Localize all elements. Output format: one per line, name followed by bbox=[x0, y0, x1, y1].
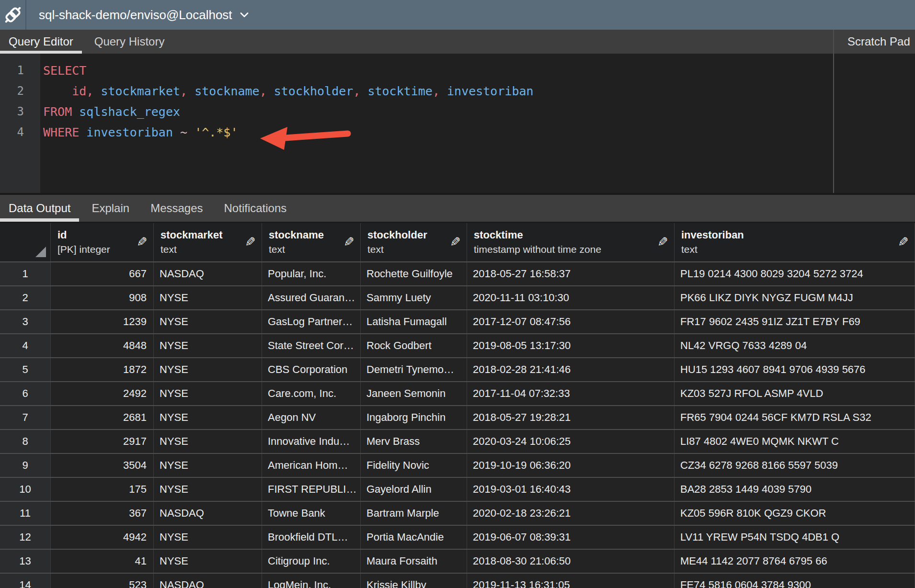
cell-stocktime[interactable]: 2019-03-01 16:40:43 bbox=[467, 478, 675, 501]
corner-triangle-icon[interactable] bbox=[35, 247, 46, 257]
cell-stockmarket[interactable]: NYSE bbox=[154, 478, 262, 501]
tab-data-output[interactable]: Data Output bbox=[0, 195, 79, 222]
cell-id[interactable]: 1239 bbox=[51, 310, 154, 333]
cell-stockname[interactable]: Towne Bank bbox=[262, 502, 361, 525]
row-number-cell[interactable]: 2 bbox=[0, 286, 51, 309]
tab-explain[interactable]: Explain bbox=[83, 195, 138, 222]
row-number-cell[interactable]: 6 bbox=[0, 382, 51, 405]
row-number-cell[interactable]: 3 bbox=[0, 310, 51, 333]
cell-stockholder[interactable]: Gayelord Allin bbox=[361, 478, 467, 501]
cell-stockholder[interactable]: Bartram Marple bbox=[361, 502, 467, 525]
pencil-icon[interactable]: ✎ bbox=[898, 235, 909, 250]
cell-id[interactable]: 41 bbox=[51, 550, 154, 573]
select-all-header-cell[interactable] bbox=[0, 223, 51, 261]
cell-investoriban[interactable]: FR17 9602 2435 91IZ JZ1T E7BY F69 bbox=[675, 310, 915, 333]
cell-stockholder[interactable]: Portia MacAndie bbox=[361, 526, 467, 549]
cell-id[interactable]: 4942 bbox=[51, 526, 154, 549]
cell-stockname[interactable]: Brookfield DTL… bbox=[262, 526, 361, 549]
cell-stockname[interactable]: Citigroup Inc. bbox=[262, 550, 361, 573]
cell-stocktime[interactable]: 2019-11-13 16:31:05 bbox=[467, 574, 675, 588]
cell-stocktime[interactable]: 2017-11-04 07:32:33 bbox=[467, 382, 675, 405]
cell-stockmarket[interactable]: NYSE bbox=[154, 430, 262, 453]
cell-stockholder[interactable]: Rochette Guilfoyle bbox=[361, 262, 467, 285]
cell-stocktime[interactable]: 2018-02-28 21:41:46 bbox=[467, 358, 675, 381]
cell-id[interactable]: 4848 bbox=[51, 334, 154, 357]
scratch-pad-header[interactable]: Scratch Pad bbox=[833, 30, 915, 54]
cell-stockholder[interactable]: Ingaborg Pinchin bbox=[361, 406, 467, 429]
column-header-stockmarket[interactable]: stockmarkettext✎ bbox=[154, 223, 262, 261]
pencil-icon[interactable]: ✎ bbox=[657, 235, 668, 250]
cell-id[interactable]: 367 bbox=[51, 502, 154, 525]
row-number-cell[interactable]: 7 bbox=[0, 406, 51, 429]
pencil-icon[interactable]: ✎ bbox=[245, 235, 256, 250]
tab-notifications[interactable]: Notifications bbox=[216, 195, 296, 222]
cell-stocktime[interactable]: 2018-05-27 19:28:21 bbox=[467, 406, 675, 429]
tab-query-history[interactable]: Query History bbox=[86, 30, 173, 54]
cell-stockholder[interactable]: Latisha Fumagall bbox=[361, 310, 467, 333]
cell-stockholder[interactable]: Fidelity Novic bbox=[361, 454, 467, 477]
row-number-cell[interactable]: 8 bbox=[0, 430, 51, 453]
row-number-cell[interactable]: 14 bbox=[0, 574, 51, 588]
cell-investoriban[interactable]: KZ05 596R 810K QGZ9 CKOR bbox=[675, 502, 915, 525]
sql-editor[interactable]: 1234 SELECT id, stockmarket, stockname, … bbox=[0, 54, 833, 193]
cell-stockmarket[interactable]: NYSE bbox=[154, 286, 262, 309]
cell-stockholder[interactable]: Sammy Luety bbox=[361, 286, 467, 309]
column-header-stockname[interactable]: stocknametext✎ bbox=[262, 223, 361, 261]
cell-stockname[interactable]: Care.com, Inc. bbox=[262, 382, 361, 405]
cell-investoriban[interactable]: FR65 7904 0244 56CF KM7D RSLA S32 bbox=[675, 406, 915, 429]
cell-investoriban[interactable]: CZ34 6278 9268 8166 5597 5039 bbox=[675, 454, 915, 477]
cell-stockholder[interactable]: Janeen Semonin bbox=[361, 382, 467, 405]
cell-stocktime[interactable]: 2019-10-19 06:36:20 bbox=[467, 454, 675, 477]
cell-stocktime[interactable]: 2019-06-07 08:39:31 bbox=[467, 526, 675, 549]
cell-investoriban[interactable]: KZ03 527J RFOL ASMP 4VLD bbox=[675, 382, 915, 405]
cell-id[interactable]: 175 bbox=[51, 478, 154, 501]
cell-investoriban[interactable]: ME44 1142 2077 8764 6795 66 bbox=[675, 550, 915, 573]
cell-stockmarket[interactable]: NYSE bbox=[154, 382, 262, 405]
row-number-cell[interactable]: 11 bbox=[0, 502, 51, 525]
cell-stocktime[interactable]: 2017-12-07 08:47:56 bbox=[467, 310, 675, 333]
cell-stockname[interactable]: CBS Corporation bbox=[262, 358, 361, 381]
cell-stockmarket[interactable]: NYSE bbox=[154, 310, 262, 333]
row-number-cell[interactable]: 1 bbox=[0, 262, 51, 285]
row-number-cell[interactable]: 9 bbox=[0, 454, 51, 477]
cell-id[interactable]: 667 bbox=[51, 262, 154, 285]
cell-stockmarket[interactable]: NYSE bbox=[154, 526, 262, 549]
cell-investoriban[interactable]: NL42 VRGQ 7633 4289 04 bbox=[675, 334, 915, 357]
cell-stockname[interactable]: LogMein, Inc. bbox=[262, 574, 361, 588]
row-number-cell[interactable]: 10 bbox=[0, 478, 51, 501]
cell-stockmarket[interactable]: NYSE bbox=[154, 358, 262, 381]
pencil-icon[interactable]: ✎ bbox=[137, 235, 148, 250]
cell-stockmarket[interactable]: NASDAQ bbox=[154, 262, 262, 285]
row-number-cell[interactable]: 5 bbox=[0, 358, 51, 381]
cell-stockname[interactable]: Popular, Inc. bbox=[262, 262, 361, 285]
cell-stockname[interactable]: Aegon NV bbox=[262, 406, 361, 429]
cell-stockname[interactable]: Assured Guaran… bbox=[262, 286, 361, 309]
cell-stockmarket[interactable]: NYSE bbox=[154, 550, 262, 573]
cell-stockname[interactable]: State Street Cor… bbox=[262, 334, 361, 357]
row-number-cell[interactable]: 13 bbox=[0, 550, 51, 573]
cell-stockholder[interactable]: Maura Forsaith bbox=[361, 550, 467, 573]
cell-stockholder[interactable]: Krissie Killby bbox=[361, 574, 467, 588]
cell-stockname[interactable]: GasLog Partner… bbox=[262, 310, 361, 333]
cell-stockname[interactable]: FIRST REPUBLI… bbox=[262, 478, 361, 501]
cell-investoriban[interactable]: PK66 LIKZ DIYK NYGZ FUGM M4JJ bbox=[675, 286, 915, 309]
cell-stockholder[interactable]: Merv Brass bbox=[361, 430, 467, 453]
cell-investoriban[interactable]: PL19 0214 4300 8029 3204 5272 3724 bbox=[675, 262, 915, 285]
cell-investoriban[interactable]: FE74 5816 0604 3784 9300 bbox=[675, 574, 915, 588]
column-header-investoriban[interactable]: investoribantext✎ bbox=[675, 223, 915, 261]
pencil-icon[interactable]: ✎ bbox=[450, 235, 461, 250]
row-number-cell[interactable]: 4 bbox=[0, 334, 51, 357]
tab-messages[interactable]: Messages bbox=[142, 195, 211, 222]
cell-investoriban[interactable]: LI87 4802 4WE0 MQMK NKWT C bbox=[675, 430, 915, 453]
cell-stockmarket[interactable]: NASDAQ bbox=[154, 574, 262, 588]
cell-stocktime[interactable]: 2018-08-30 21:06:50 bbox=[467, 550, 675, 573]
cell-stockmarket[interactable]: NYSE bbox=[154, 334, 262, 357]
scratch-pad-content[interactable] bbox=[833, 54, 915, 193]
sql-code-lines[interactable]: SELECT id, stockmarket, stockname, stock… bbox=[40, 54, 833, 193]
cell-stocktime[interactable]: 2020-11-11 03:10:30 bbox=[467, 286, 675, 309]
column-header-stocktime[interactable]: stocktimetimestamp without time zone✎ bbox=[467, 223, 675, 261]
cell-stockholder[interactable]: Demetri Tynemo… bbox=[361, 358, 467, 381]
cell-stockholder[interactable]: Rock Godbert bbox=[361, 334, 467, 357]
connection-selector[interactable]: sql-shack-demo/enviso@Localhost bbox=[26, 8, 249, 23]
cell-id[interactable]: 3504 bbox=[51, 454, 154, 477]
